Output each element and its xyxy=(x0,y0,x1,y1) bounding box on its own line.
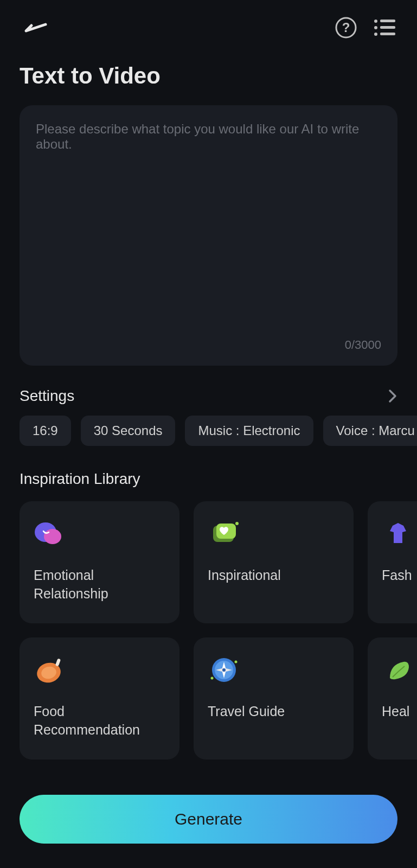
card-label: Heal xyxy=(382,703,417,721)
back-icon xyxy=(22,20,48,35)
card-label: Fash xyxy=(382,566,417,585)
library-card-travel[interactable]: Travel Guide xyxy=(194,637,354,760)
svg-point-18 xyxy=(222,668,226,672)
chat-icon xyxy=(34,518,66,550)
help-button[interactable]: ? xyxy=(335,16,357,41)
card-label: Inspirational xyxy=(208,566,339,585)
settings-chips: 16:9 30 Seconds Music : Electronic Voice… xyxy=(0,416,417,446)
svg-point-9 xyxy=(44,529,61,544)
library-card-health[interactable]: Heal xyxy=(368,637,417,760)
card-label: Emotional Relationship xyxy=(34,566,165,603)
textarea-container: 0/3000 xyxy=(20,105,397,366)
svg-point-2 xyxy=(374,20,377,23)
list-icon xyxy=(374,18,395,37)
library-row-1: Emotional Relationship Inspirational Fas… xyxy=(0,501,417,623)
duration-chip[interactable]: 30 Seconds xyxy=(81,416,176,446)
card-label: Food Recommendation xyxy=(34,703,165,739)
library-card-emotional[interactable]: Emotional Relationship xyxy=(20,501,179,623)
library-title: Inspiration Library xyxy=(0,446,417,501)
svg-rect-5 xyxy=(380,26,395,29)
aspect-ratio-chip[interactable]: 16:9 xyxy=(20,416,71,446)
music-chip[interactable]: Music : Electronic xyxy=(185,416,313,446)
generate-label: Generate xyxy=(175,810,242,828)
svg-rect-15 xyxy=(55,658,61,666)
svg-point-4 xyxy=(374,26,377,29)
svg-point-6 xyxy=(374,33,377,36)
svg-text:?: ? xyxy=(342,20,350,35)
settings-header[interactable]: Settings xyxy=(0,366,417,416)
heart-bubble-icon xyxy=(208,518,240,550)
prompt-input[interactable] xyxy=(36,122,381,349)
generate-button[interactable]: Generate xyxy=(20,795,397,844)
svg-point-19 xyxy=(235,660,238,663)
chevron-right-icon xyxy=(388,388,397,404)
svg-rect-7 xyxy=(380,33,395,35)
svg-rect-3 xyxy=(380,20,395,22)
svg-point-20 xyxy=(211,676,214,679)
menu-button[interactable] xyxy=(374,18,395,39)
library-card-fashion[interactable]: Fash xyxy=(368,501,417,623)
library-row-2: Food Recommendation Travel Guide Heal xyxy=(0,637,417,760)
svg-point-12 xyxy=(235,522,239,525)
back-button[interactable] xyxy=(22,20,48,37)
settings-title: Settings xyxy=(20,387,74,405)
char-counter: 0/3000 xyxy=(345,338,381,352)
compass-icon xyxy=(208,654,240,686)
fashion-icon xyxy=(382,518,414,550)
voice-chip[interactable]: Voice : Marcu xyxy=(323,416,417,446)
leaf-icon xyxy=(382,654,414,686)
page-title: Text to Video xyxy=(0,52,417,105)
help-icon: ? xyxy=(335,16,357,39)
library-card-inspirational[interactable]: Inspirational xyxy=(194,501,354,623)
card-label: Travel Guide xyxy=(208,703,339,721)
food-icon xyxy=(34,654,66,686)
library-card-food[interactable]: Food Recommendation xyxy=(20,637,179,760)
